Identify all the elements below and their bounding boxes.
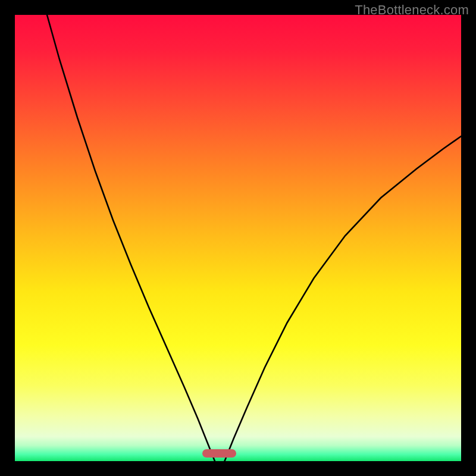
plot-svg (15, 15, 461, 461)
watermark-text: TheBottleneck.com (355, 2, 469, 18)
optimum-marker (202, 449, 236, 458)
gradient-background (15, 15, 461, 461)
chart-frame: TheBottleneck.com (0, 0, 476, 476)
plot-area (15, 15, 461, 461)
